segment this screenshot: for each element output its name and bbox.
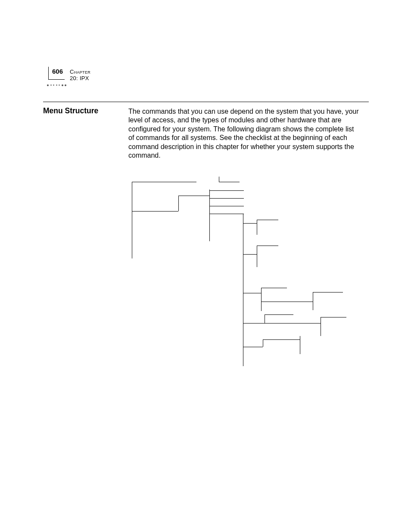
section-heading: Menu Structure [43,106,98,115]
chapter-label: Chapter 20: IPX [70,68,90,81]
section-body: The commands that you can use depend on … [128,107,361,160]
page-number: 606 [52,68,63,75]
page-number-box: 606 [48,67,65,80]
decorative-dots-icon [47,81,71,85]
horizontal-rule [43,102,369,102]
page: 606 Chapter 20: IPX Menu Structure The c… [0,0,411,532]
menu-structure-diagram [128,177,369,375]
